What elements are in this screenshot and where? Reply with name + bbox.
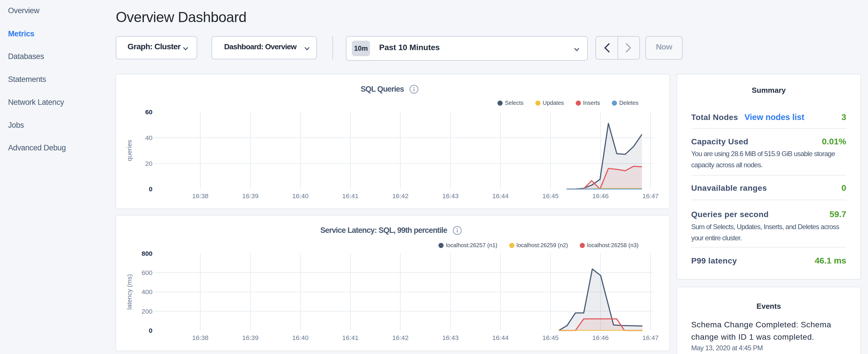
svg-text:0: 0 [149,327,152,334]
svg-text:800: 800 [142,250,152,257]
svg-text:16:38: 16:38 [192,334,208,342]
svg-text:16:43: 16:43 [442,192,459,200]
svg-text:60: 60 [145,108,152,116]
svg-text:16:41: 16:41 [342,192,359,200]
svg-text:400: 400 [142,288,152,296]
svg-text:16:44: 16:44 [492,334,509,342]
svg-text:16:41: 16:41 [342,334,359,342]
svg-text:16:47: 16:47 [642,192,658,200]
svg-text:16:40: 16:40 [292,334,309,342]
svg-text:16:40: 16:40 [292,192,309,200]
svg-text:16:45: 16:45 [542,334,559,342]
svg-text:600: 600 [142,269,152,277]
svg-text:16:43: 16:43 [442,334,459,342]
svg-text:latency (ms): latency (ms) [125,274,133,310]
svg-text:16:46: 16:46 [592,334,609,342]
svg-text:16:44: 16:44 [492,192,509,200]
svg-text:40: 40 [145,134,152,141]
svg-text:16:47: 16:47 [642,334,658,342]
svg-text:16:42: 16:42 [392,192,409,200]
svg-text:16:46: 16:46 [592,192,609,200]
svg-text:16:45: 16:45 [542,192,559,200]
svg-text:16:39: 16:39 [242,334,258,342]
svg-text:0: 0 [149,185,152,193]
svg-text:20: 20 [145,160,152,167]
svg-text:16:39: 16:39 [242,192,258,200]
svg-text:16:38: 16:38 [192,192,208,200]
svg-text:200: 200 [142,308,152,315]
svg-text:queries: queries [125,140,133,161]
svg-text:16:42: 16:42 [392,334,409,342]
